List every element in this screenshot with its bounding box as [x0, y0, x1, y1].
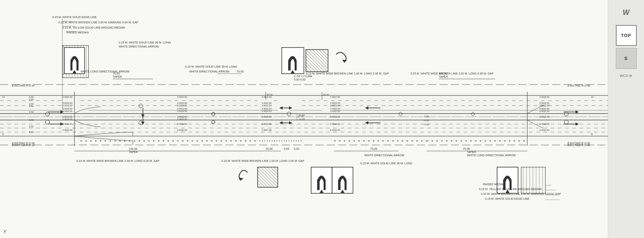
cad-drawing-area[interactable]: 0.15 M. WHITE SOLID LINE 36 M. LONG WHIT…	[0, 0, 608, 238]
svg-text:WHITE DIRECTIONAL ARROW: WHITE DIRECTIONAL ARROW	[364, 154, 405, 157]
svg-text:0.15 M. WHITE SOLID EDGE LINE: 0.15 M. WHITE SOLID EDGE LINE	[485, 197, 529, 200]
svg-text:70.00: 70.00	[463, 147, 470, 150]
svg-text:70.00: 70.00	[237, 70, 244, 73]
svg-text:0.15 M. WHITE SOLID LINE 36 M.: 0.15 M. WHITE SOLID LINE 36 M. LONG	[360, 162, 413, 165]
svg-text:3.50: 3.50	[29, 125, 34, 128]
svg-text:0.15 M. WHITE WIDE BROKEN LINE: 0.15 M. WHITE WIDE BROKEN LINE 2.00 M. L…	[411, 72, 493, 75]
svg-text:0.15 M. WHITE WIDE BROKEN LINE: 0.15 M. WHITE WIDE BROKEN LINE 1.00 M. L…	[306, 72, 389, 75]
svg-text:12.00: 12.00	[299, 118, 305, 120]
y-axis-label: Y	[3, 229, 6, 235]
svg-text:→3.50: →3.50	[422, 119, 429, 122]
svg-text:TAPER: TAPER	[113, 75, 122, 78]
svg-text:2.50|2.50: 2.50|2.50	[330, 129, 341, 131]
svg-text:3.50|3.50: 3.50|3.50	[62, 104, 73, 107]
svg-text:20.00: 20.00	[266, 93, 273, 96]
svg-text:2.50|2.50: 2.50|2.50	[177, 129, 188, 131]
svg-text:10: 10	[591, 96, 594, 98]
svg-text:7.00|7.00: 7.00|7.00	[330, 96, 341, 98]
svg-text:WHITE DIRECTIONAL ARROW: WHITE DIRECTIONAL ARROW	[119, 45, 159, 48]
svg-text:0.15 M. YELLOW SOLID LINE AROU: 0.15 M. YELLOW SOLID LINE AROUND MEDIAN	[62, 26, 125, 29]
svg-rect-199	[311, 167, 332, 193]
svg-text:2.50|2.50: 2.50|2.50	[262, 96, 272, 98]
svg-rect-18	[282, 48, 304, 74]
svg-text:EXISTING R.O.W.: EXISTING R.O.W.	[568, 144, 590, 147]
svg-text:→1.50: →1.50	[422, 115, 429, 118]
top-view-button[interactable]: TOP	[616, 25, 637, 46]
svg-text:EXISTING R.O.W.: EXISTING R.O.W.	[568, 84, 590, 87]
svg-text:RAISED MEDIAN: RAISED MEDIAN	[483, 183, 505, 186]
svg-text:2.50|2.50: 2.50|2.50	[539, 129, 550, 131]
s-button[interactable]: S	[616, 48, 637, 69]
svg-text:0.15 M. WHITE WIDE BROKEN LINE: 0.15 M. WHITE WIDE BROKEN LINE 2.00 M. L…	[76, 159, 159, 162]
svg-text:70.00: 70.00	[370, 147, 378, 150]
svg-text:WHITE DIRECTIONAL ARROW: WHITE DIRECTIONAL ARROW	[189, 70, 229, 73]
svg-text:2.50: 2.50	[29, 98, 34, 101]
svg-text:0.15 M. WHITE WIDE BROKEN LINE: 0.15 M. WHITE WIDE BROKEN LINE 1.00 M. L…	[221, 159, 304, 162]
right-toolbar: W TOP S WCS ⊕	[608, 0, 644, 238]
wcs-indicator: WCS ⊕	[616, 71, 637, 81]
svg-text:5|: 5|	[2, 133, 4, 135]
svg-text:9.00: 9.00	[284, 147, 289, 150]
svg-text:2.50|2.50: 2.50|2.50	[539, 96, 550, 98]
svg-text:→3.50: →3.50	[422, 123, 429, 126]
svg-text:5.00: 5.00	[294, 147, 299, 150]
svg-text:3.50: 3.50	[29, 111, 34, 113]
app-logo: W	[616, 2, 637, 23]
svg-text:10: 10	[2, 96, 5, 98]
svg-text:3.50|3.50: 3.50|3.50	[262, 104, 272, 107]
svg-text:5|: 5|	[591, 133, 593, 135]
svg-text:25.00: 25.00	[266, 147, 273, 150]
svg-text:120.00: 120.00	[129, 147, 138, 150]
svg-text:2.50|2.00: 2.50|2.00	[62, 129, 73, 131]
svg-text:20.00: 20.00	[323, 93, 329, 96]
svg-text:2.50|2.50: 2.50|2.50	[177, 96, 188, 98]
svg-text:TAPER: TAPER	[439, 75, 448, 78]
svg-text:0.15 M. WHITE SOLID LINE  36 M: 0.15 M. WHITE SOLID LINE 36 M. LONG	[185, 65, 237, 68]
svg-rect-201	[332, 167, 353, 193]
svg-text:5.00  9.00: 5.00 9.00	[294, 78, 305, 81]
svg-text:7.00|7.00: 7.00|7.00	[262, 129, 272, 131]
svg-text:EXISTING R.O.W.: EXISTING R.O.W.	[12, 84, 35, 87]
cad-svg: 0.15 M. WHITE SOLID LINE 36 M. LONG WHIT…	[0, 0, 608, 238]
svg-text:3.50|3.50: 3.50|3.50	[62, 110, 73, 112]
svg-text:C OF U-TURN: C OF U-TURN	[294, 75, 312, 78]
svg-text:0.15 M. WHITE SOLID LINE 36 M.: 0.15 M. WHITE SOLID LINE 36 M. LONG	[119, 41, 171, 44]
svg-text:WHITE LONG DIRECTIONAL ARROW: WHITE LONG DIRECTIONAL ARROW	[467, 154, 516, 157]
svg-text:WHITE LONG DIRECTIONAL ARROW: WHITE LONG DIRECTIONAL ARROW	[80, 70, 130, 73]
svg-text:0.15 M. WHITE SOLID EDGE LINE: 0.15 M. WHITE SOLID EDGE LINE	[52, 16, 97, 19]
svg-text:120.00: 120.00	[439, 72, 448, 75]
svg-text:12.00: 12.00	[298, 115, 303, 118]
svg-text:0.15 M. YELLOW SOLID LINE AROU: 0.15 M. YELLOW SOLID LINE AROUND MEDIAN	[479, 188, 542, 190]
svg-text:2.50|2.50: 2.50|2.50	[62, 96, 73, 98]
svg-text:EXISTING R.O.W.: EXISTING R.O.W.	[12, 144, 35, 147]
